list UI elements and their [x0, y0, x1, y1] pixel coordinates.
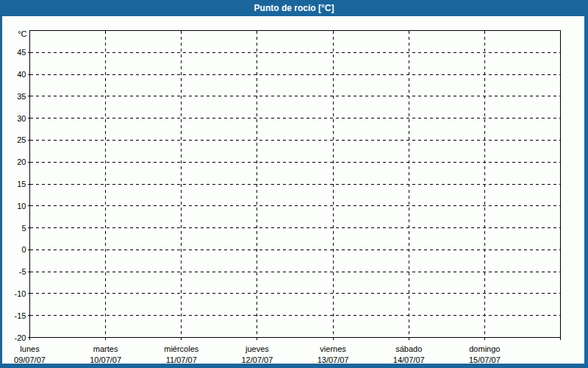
y-tick-label: 45 — [17, 48, 26, 57]
chart-plot-region: 454035302520151050-5-10-15-20°Clunes09/0… — [2, 16, 584, 364]
y-tick-label: 30 — [17, 114, 26, 123]
y-tick-label: -10 — [15, 289, 26, 298]
x-date-label: 12/07/07 — [242, 355, 273, 364]
y-tick-label: 15 — [17, 180, 26, 188]
chart-title: Punto de rocío [°C] — [254, 3, 334, 13]
app-window: Punto de rocío [°C] 454035302520151050-5… — [0, 0, 588, 368]
y-tick-label: 5 — [21, 224, 26, 233]
x-date-label: 09/07/07 — [14, 355, 46, 364]
x-day-label: martes — [93, 344, 118, 353]
x-date-label: 11/07/07 — [166, 355, 197, 364]
y-tick-label: -15 — [15, 311, 26, 320]
x-date-label: 10/07/07 — [90, 355, 121, 364]
y-tick-label: 40 — [17, 70, 26, 79]
x-day-label: lunes — [20, 344, 40, 353]
x-day-label: viernes — [320, 344, 346, 353]
y-tick-label: 10 — [17, 202, 26, 210]
y-axis-unit-label: °C — [18, 29, 26, 38]
chart-canvas: 454035302520151050-5-10-15-20°Clunes09/0… — [2, 16, 584, 364]
x-day-label: jueves — [245, 344, 269, 353]
x-date-label: 13/07/07 — [318, 355, 349, 364]
x-date-label: 15/07/07 — [469, 355, 501, 364]
x-day-label: miércoles — [164, 344, 199, 353]
y-tick-label: 0 — [21, 245, 26, 254]
title-bar: Punto de rocío [°C] — [0, 0, 588, 16]
x-date-label: 14/07/07 — [393, 355, 425, 364]
y-tick-label: -20 — [15, 333, 26, 342]
x-day-label: domingo — [469, 344, 500, 353]
y-tick-label: -5 — [19, 267, 26, 276]
y-tick-label: 25 — [17, 135, 26, 144]
x-day-label: sábado — [395, 344, 422, 353]
y-tick-label: 20 — [17, 158, 26, 166]
y-tick-label: 35 — [17, 92, 26, 101]
